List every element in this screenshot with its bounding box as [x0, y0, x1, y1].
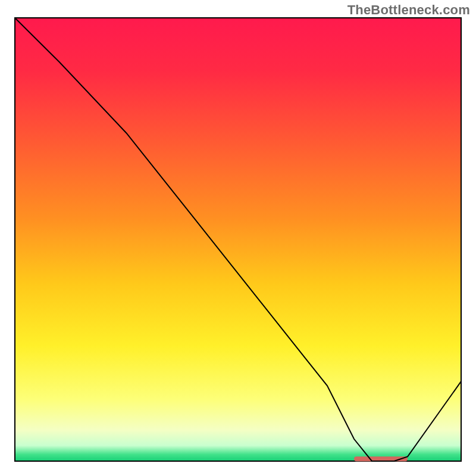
chart-svg: [0, 0, 476, 476]
plot-background: [15, 18, 461, 461]
watermark-label: TheBottleneck.com: [347, 2, 470, 18]
chart-stage: TheBottleneck.com: [0, 0, 476, 476]
